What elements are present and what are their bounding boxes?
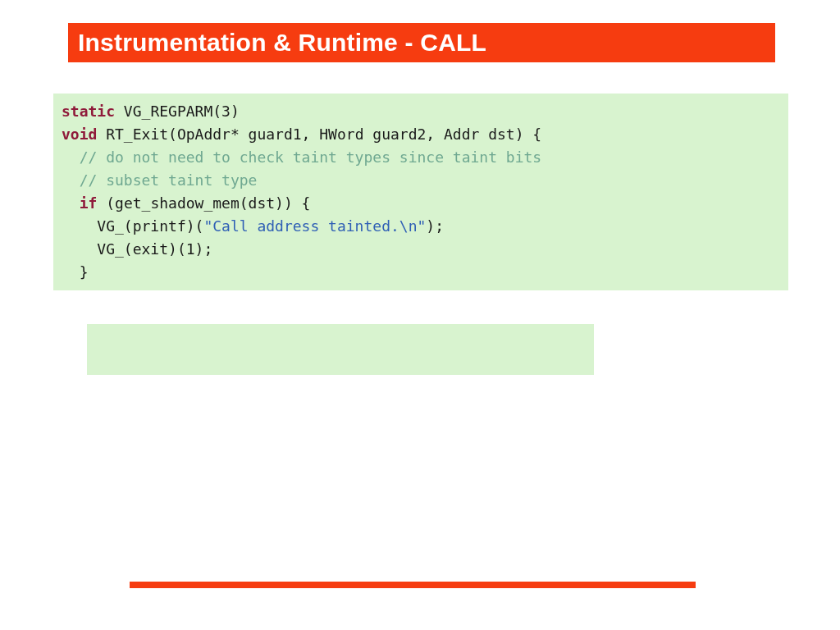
code-text: RT_Exit(OpAddr* guard1, HWord guard2, Ad… [97,126,541,143]
code-text [62,194,80,212]
code-block-main: static VG_REGPARM(3) void RT_Exit(OpAddr… [53,94,788,290]
code-block-secondary [87,324,594,375]
code-string: "Call address tainted.\n" [203,217,426,235]
footer-rule [130,582,696,588]
slide-title: Instrumentation & Runtime - CALL [78,29,486,57]
kw-if: if [80,194,98,212]
slide-title-bar: Instrumentation & Runtime - CALL [68,23,775,62]
code-text: VG_REGPARM(3) [115,103,240,120]
kw-void: void [62,126,97,143]
code-text: ); [426,217,444,235]
code-comment: // do not need to check taint types sinc… [62,148,541,166]
code-text: } [62,263,89,281]
code-text: VG_(exit)(1); [62,240,212,258]
code-comment: // subset taint type [62,171,257,189]
code-text: VG_(printf)( [62,217,203,235]
kw-static: static [62,103,115,120]
code-text: (get_shadow_mem(dst)) { [97,194,310,212]
